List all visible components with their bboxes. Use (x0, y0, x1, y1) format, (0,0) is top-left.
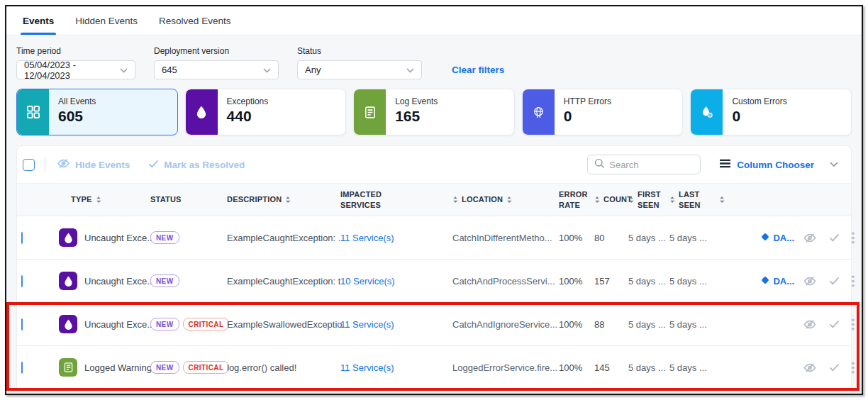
time-period-select[interactable]: 05/04/2023 - 12/04/2023 (16, 60, 135, 79)
column-label: LOCATION (462, 194, 503, 204)
status-select[interactable]: Any (297, 60, 422, 79)
tracker-label: DA... (773, 276, 794, 287)
sort-icon[interactable] (719, 196, 725, 204)
sort-icon[interactable] (669, 196, 675, 204)
column-header-error-rate[interactable]: ERROR RATE (559, 189, 594, 210)
table-row[interactable]: Logged WarningNEWCRITICALlog.error() cal… (17, 345, 851, 389)
kebab-menu-icon[interactable] (852, 362, 855, 374)
card-value: 165 (395, 108, 438, 125)
row-actions (803, 318, 863, 330)
column-label: ERROR RATE (559, 189, 594, 210)
description-cell: ExampleCaughtException: ... (227, 233, 340, 243)
row-actions (803, 275, 863, 287)
toolbar-divider (45, 157, 45, 172)
column-header-last-seen[interactable]: LAST SEEN (669, 189, 725, 210)
row-checkbox[interactable] (21, 275, 23, 287)
row-checkbox[interactable] (21, 232, 23, 244)
column-header-description[interactable]: DESCRIPTION (227, 194, 340, 204)
column-header-first-seen[interactable]: FIRST SEEN (628, 189, 669, 210)
sort-icon[interactable] (628, 196, 634, 204)
card-custom-errors[interactable]: Custom Errors 0 (690, 89, 852, 135)
column-header-status[interactable]: STATUS (150, 194, 227, 204)
tab-resolved-events[interactable]: Resolved Events (148, 6, 241, 35)
summary-cards: All Events 605 Exceptions 440 (16, 89, 852, 135)
card-value: 0 (732, 108, 786, 125)
row-checkbox[interactable] (21, 318, 23, 330)
column-header-impacted-services[interactable]: IMPACTED SERVICES (340, 189, 452, 210)
hide-event-icon[interactable] (803, 362, 817, 373)
sort-icon[interactable] (285, 196, 291, 204)
location-cell: LoggedErrorService.fire... (452, 362, 559, 373)
hide-event-icon[interactable] (803, 233, 817, 243)
card-all-events[interactable]: All Events 605 (16, 89, 178, 135)
column-header-count[interactable]: COUNT (594, 194, 628, 204)
flame-icon (59, 315, 77, 333)
type-label: Uncaught Exce... (84, 319, 155, 330)
type-cell: Logged Warning (54, 358, 150, 377)
hide-event-icon[interactable] (803, 319, 817, 330)
resolve-icon[interactable] (829, 320, 840, 328)
tracker-link[interactable]: DA... (725, 276, 803, 287)
search-box (587, 155, 701, 174)
sort-icon[interactable] (594, 196, 600, 204)
status-badge-new: NEW (150, 361, 179, 374)
tab-events-label: Events (23, 16, 54, 26)
hide-event-icon[interactable] (803, 276, 817, 287)
resolve-icon[interactable] (829, 363, 840, 372)
table-row[interactable]: Uncaught Exce...NEWCRITICALExampleSwallo… (17, 302, 851, 345)
chevron-down-icon[interactable] (830, 162, 838, 167)
search-input[interactable] (609, 160, 687, 170)
hide-events-button[interactable]: Hide Events (57, 158, 130, 171)
tracker-label: DA... (773, 233, 794, 243)
sort-icon[interactable] (452, 196, 458, 204)
kebab-menu-icon[interactable] (852, 232, 855, 244)
clear-filters-button[interactable]: Clear filters (452, 65, 504, 75)
table-row[interactable]: Uncaught Exce...NEWExampleCaughtExceptio… (17, 259, 851, 302)
impacted-services-link[interactable]: 10 Service(s) (340, 276, 452, 287)
row-checkbox-cell (17, 362, 54, 373)
sort-icon[interactable] (96, 196, 101, 204)
events-dashboard: Events Hidden Events Resolved Events Tim… (0, 0, 868, 400)
row-checkbox-cell (17, 276, 54, 287)
column-label: FIRST SEEN (638, 189, 669, 210)
column-header-location[interactable]: LOCATION (452, 194, 559, 204)
chevron-down-icon (120, 65, 128, 75)
impacted-services-link[interactable]: 11 Service(s) (340, 362, 452, 373)
time-period-label: Time period (16, 46, 135, 56)
mark-resolved-button[interactable]: Mark as Resolved (148, 160, 245, 170)
deployment-version-select[interactable]: 645 (154, 60, 279, 79)
card-log-events[interactable]: Log Events 165 (353, 89, 515, 135)
column-chooser-button[interactable]: Column Chooser (719, 159, 814, 170)
row-actions (803, 362, 863, 374)
description-cell: log.error() called! (227, 362, 340, 373)
impacted-services-link[interactable]: 11 Service(s) (340, 319, 452, 330)
table-row[interactable]: Uncaught Exce...NEWExampleCaughtExceptio… (17, 216, 851, 259)
kebab-menu-icon[interactable] (852, 318, 855, 330)
chevron-down-icon (406, 65, 414, 75)
card-body: All Events 605 (49, 89, 96, 135)
impacted-services-link[interactable]: 11 Service(s) (340, 233, 452, 243)
table-body: Uncaught Exce...NEWExampleCaughtExceptio… (17, 216, 851, 389)
globe-icon (523, 89, 555, 135)
tracker-link[interactable]: DA... (725, 233, 803, 243)
location-cell: CatchAndIgnoreService... (452, 319, 559, 330)
sort-icon[interactable] (506, 196, 512, 204)
flame-icon (59, 272, 77, 290)
check-icon (148, 160, 159, 170)
card-exceptions[interactable]: Exceptions 440 (185, 89, 347, 135)
resolve-icon[interactable] (829, 233, 840, 242)
flame-icon (59, 228, 77, 247)
column-header-type[interactable]: TYPE (54, 194, 150, 204)
resolve-icon[interactable] (829, 277, 840, 285)
kebab-menu-icon[interactable] (852, 275, 855, 287)
search-icon (594, 158, 605, 172)
mark-resolved-label: Mark as Resolved (164, 160, 245, 170)
select-all-checkbox[interactable] (23, 159, 35, 171)
type-label: Uncaught Exce... (84, 233, 155, 243)
tab-events[interactable]: Events (12, 6, 65, 35)
status-cell: NEWCRITICAL (150, 318, 227, 330)
tab-hidden-events[interactable]: Hidden Events (65, 6, 148, 35)
row-checkbox[interactable] (21, 362, 23, 374)
card-http-errors[interactable]: HTTP Errors 0 (522, 89, 684, 135)
events-panel: Hide Events Mark as Resolved Column Choo… (16, 145, 852, 389)
